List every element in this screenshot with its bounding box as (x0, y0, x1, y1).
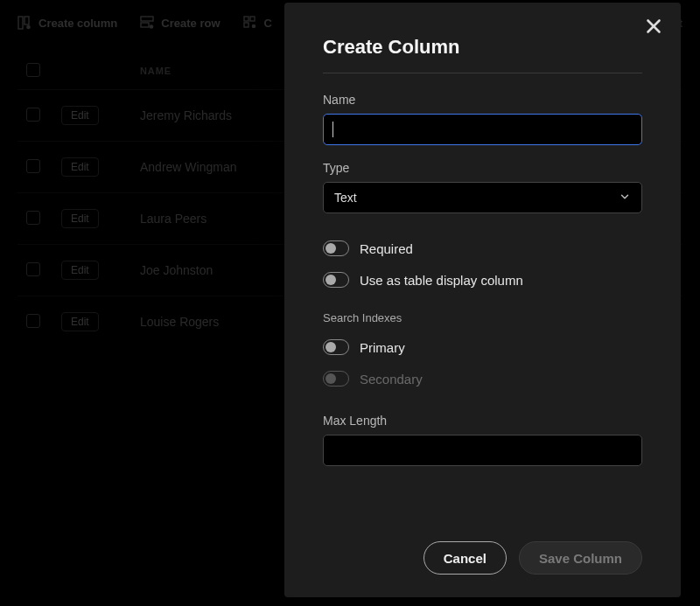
save-column-button: Save Column (519, 541, 642, 575)
display-column-toggle[interactable] (323, 272, 349, 288)
chevron-down-icon (619, 191, 631, 205)
secondary-index-toggle (323, 371, 349, 387)
primary-index-label: Primary (360, 340, 405, 355)
search-indexes-label: Search Indexes (323, 311, 642, 324)
required-toggle[interactable] (323, 240, 349, 256)
modal-title: Create Column (323, 36, 642, 59)
required-label: Required (360, 241, 413, 256)
secondary-index-label: Secondary (360, 372, 423, 387)
display-column-label: Use as table display column (360, 273, 523, 288)
modal-actions: Cancel Save Column (424, 541, 642, 575)
type-value: Text (334, 191, 357, 205)
divider (323, 73, 642, 73)
create-column-modal: Create Column Name Type Text Required Us… (284, 3, 681, 597)
max-length-input[interactable] (323, 435, 642, 466)
close-icon[interactable] (642, 15, 665, 38)
max-length-label: Max Length (323, 414, 642, 428)
primary-index-toggle[interactable] (323, 339, 349, 355)
name-label: Name (323, 93, 642, 107)
cancel-button[interactable]: Cancel (424, 541, 507, 575)
text-caret (332, 122, 333, 137)
type-label: Type (323, 161, 642, 175)
type-select[interactable]: Text (323, 182, 642, 213)
name-input[interactable] (323, 114, 642, 145)
